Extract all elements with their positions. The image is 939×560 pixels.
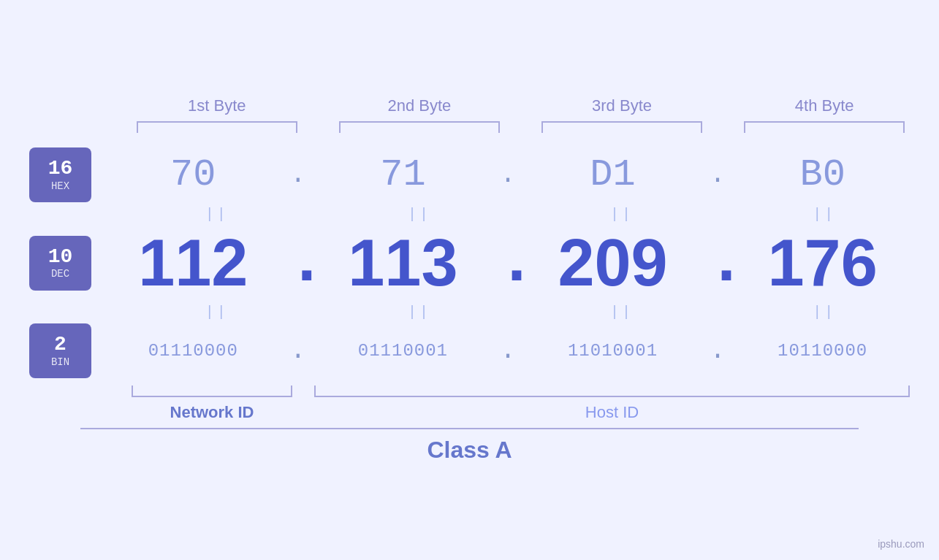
hex-byte4-cell: B0 [742,153,903,196]
pipe2-byte3: || [541,304,702,321]
network-id-section: Network ID [132,386,292,422]
hex-row: 16 HEX 70 . 71 . D1 . B0 [29,147,910,202]
bin-row: 2 BIN 01110000 . 01110001 . 11010001 . 1… [29,323,910,378]
bin-byte2-cell: 01110001 [322,341,483,361]
watermark: ipshu.com [878,538,924,550]
pipe2-byte4: || [744,304,905,321]
class-label: Class A [427,437,512,464]
bin-sep3: . [707,336,729,366]
byte-headers-row: 1st Byte 2nd Byte 3rd Byte 4th Byte [29,96,910,115]
bin-byte3: 11010001 [568,341,658,361]
pipe-row-2: || || || || [29,300,910,323]
pipe1-byte4: || [744,206,905,223]
bin-byte4-cell: 10110000 [742,341,903,361]
bin-byte4: 10110000 [778,341,867,361]
hex-sep3: . [707,160,729,190]
pipe1-byte3: || [541,206,702,223]
hex-byte1: 70 [170,153,216,196]
byte2-header: 2nd Byte [339,96,500,115]
bin-sep2: . [497,336,519,366]
hex-sep1: . [287,160,309,190]
bottom-section: Network ID Host ID [29,386,910,422]
dec-sep1: . [287,226,309,300]
class-line [80,428,859,429]
dec-badge: 10 DEC [29,236,91,291]
hex-byte3-cell: D1 [533,153,693,196]
bracket-byte3 [541,121,702,133]
hex-badge-number: 16 [48,158,73,180]
hex-badge-label: HEX [51,180,69,192]
bin-values: 01110000 . 01110001 . 11010001 . 1011000… [91,336,910,366]
bin-badge-label: BIN [51,356,69,368]
bin-badge-number: 2 [54,334,66,356]
bin-byte1: 01110000 [148,341,238,361]
pipe1-byte2: || [339,206,500,223]
pipe2-byte2: || [339,304,500,321]
dec-byte2-cell: 113 [322,230,483,296]
bin-sep1: . [287,336,309,366]
dec-byte4-cell: 176 [742,230,903,296]
hex-byte4: B0 [799,153,845,196]
hex-byte1-cell: 70 [113,153,273,196]
host-id-label: Host ID [585,403,639,422]
hex-byte3: D1 [590,153,635,196]
dec-badge-number: 10 [48,246,73,269]
class-row: Class A [29,428,910,464]
dec-byte2: 113 [348,226,457,299]
bin-byte3-cell: 11010001 [533,341,693,361]
host-id-section: Host ID [314,386,910,422]
pipe2-byte1: || [137,304,297,321]
dec-sep3: . [707,226,729,300]
pipe-row-1: || || || || [29,202,910,226]
hex-sep2: . [497,160,519,190]
byte3-header: 3rd Byte [541,96,702,115]
dec-row: 10 DEC 112 . 113 . 209 . 176 [29,226,910,300]
bracket-byte4 [744,121,905,133]
bracket-byte2 [339,121,500,133]
byte1-header: 1st Byte [137,96,297,115]
hex-byte2-cell: 71 [322,153,483,196]
byte4-header: 4th Byte [744,96,905,115]
dec-sep2: . [497,226,519,300]
bin-byte2: 01110001 [358,341,448,361]
network-id-bracket [132,386,292,397]
hex-values: 70 . 71 . D1 . B0 [91,153,910,196]
hex-byte2: 71 [380,153,425,196]
dec-byte1-cell: 112 [113,230,273,296]
dec-badge-label: DEC [51,268,69,280]
dec-values: 112 . 113 . 209 . 176 [91,226,910,300]
dec-byte3-cell: 209 [533,230,693,296]
top-brackets [29,121,910,133]
bin-byte1-cell: 01110000 [113,341,273,361]
dec-byte3: 209 [558,226,667,299]
pipe1-byte1: || [137,206,297,223]
network-id-label: Network ID [170,403,254,422]
bracket-byte1 [137,121,297,133]
main-container: 1st Byte 2nd Byte 3rd Byte 4th Byte 16 H… [0,0,939,560]
dec-byte1: 112 [138,226,248,299]
bin-badge: 2 BIN [29,323,91,378]
host-id-bracket [314,386,910,397]
hex-badge: 16 HEX [29,147,91,202]
dec-byte4: 176 [768,226,878,299]
